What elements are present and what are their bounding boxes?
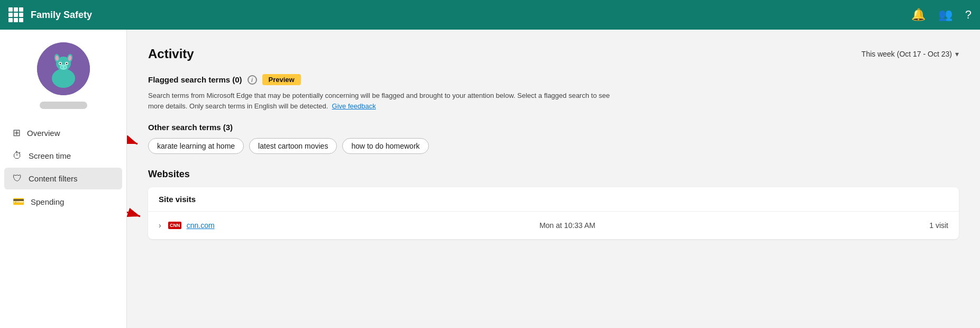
site-url[interactable]: cnn.com — [187, 221, 441, 230]
chevron-down-icon: ▾ — [955, 50, 959, 58]
sidebar-item-label-spending: Spending — [31, 197, 64, 206]
week-selector[interactable]: This week (Oct 17 - Oct 23) ▾ — [862, 50, 959, 58]
site-favicon: CNN — [169, 219, 181, 232]
grid-menu-icon[interactable] — [8, 7, 23, 22]
overview-icon: ⊞ — [13, 127, 21, 139]
info-icon[interactable]: i — [248, 75, 257, 85]
flagged-description: Search terms from Microsoft Edge that ma… — [148, 90, 624, 111]
search-tag-2[interactable]: how to do homework — [342, 138, 428, 154]
help-icon[interactable]: ? — [965, 8, 972, 22]
avatar — [37, 42, 90, 95]
other-search-section: Other search terms (3) karate learning a… — [148, 123, 959, 154]
sidebar-item-content-filters[interactable]: 🛡 Content filters — [4, 168, 122, 189]
sidebar-item-label-screen-time: Screen time — [29, 151, 71, 160]
arrow-site-visits — [127, 198, 161, 230]
preview-badge[interactable]: Preview — [262, 74, 301, 85]
topbar: Family Safety 🔔 👥 ? — [0, 0, 980, 30]
activity-title: Activity — [148, 47, 194, 61]
sidebar-item-label-overview: Overview — [27, 129, 60, 138]
search-tags: karate learning at home latest cartoon m… — [148, 138, 959, 154]
app-title: Family Safety — [31, 10, 911, 21]
flagged-row: Flagged search terms (0) i Preview — [148, 74, 959, 85]
svg-point-13 — [61, 67, 62, 68]
svg-point-10 — [59, 63, 61, 65]
nav-items: ⊞ Overview ⏱ Screen time 🛡 Content filte… — [0, 122, 126, 214]
site-visits-count: 1 visit — [694, 221, 948, 230]
search-tag-1[interactable]: latest cartoon movies — [249, 138, 337, 154]
main-layout: ⊞ Overview ⏱ Screen time 🛡 Content filte… — [0, 30, 980, 328]
site-card-header: Site visits — [148, 187, 959, 212]
sidebar-item-spending[interactable]: 💳 Spending — [4, 190, 122, 213]
svg-point-12 — [60, 65, 67, 70]
sidebar-item-label-content-filters: Content filters — [29, 174, 78, 183]
flagged-desc-text: Search terms from Microsoft Edge that ma… — [148, 92, 610, 110]
site-row: › CNN cnn.com Mon at 10:33 AM 1 visit — [148, 212, 959, 239]
screen-time-icon: ⏱ — [13, 150, 22, 161]
svg-point-11 — [66, 63, 67, 65]
week-selector-label: This week (Oct 17 - Oct 23) — [862, 50, 952, 58]
site-time: Mon at 10:33 AM — [441, 221, 694, 230]
content-filters-icon: 🛡 — [13, 173, 22, 184]
websites-section: Websites Site visits › CNN — [148, 169, 959, 239]
flagged-label: Flagged search terms (0) — [148, 75, 242, 84]
cnn-logo-icon: CNN — [168, 222, 182, 229]
notification-icon[interactable]: 🔔 — [911, 8, 926, 22]
give-feedback-link[interactable]: Give feedback — [332, 102, 376, 110]
site-card: Site visits › CNN cnn.com Mon at 10:33 A… — [148, 187, 959, 239]
main-content: Activity This week (Oct 17 - Oct 23) ▾ F… — [127, 30, 980, 328]
activity-header: Activity This week (Oct 17 - Oct 23) ▾ — [148, 47, 959, 61]
arrow-search-terms — [127, 128, 159, 160]
svg-point-14 — [64, 67, 65, 68]
sidebar-item-screen-time[interactable]: ⏱ Screen time — [4, 145, 122, 167]
spending-icon: 💳 — [13, 196, 24, 207]
sidebar-item-overview[interactable]: ⊞ Overview — [4, 122, 122, 144]
username-placeholder — [40, 102, 87, 109]
people-icon[interactable]: 👥 — [938, 8, 952, 22]
sidebar: ⊞ Overview ⏱ Screen time 🛡 Content filte… — [0, 30, 127, 328]
websites-label: Websites — [148, 169, 959, 180]
search-tag-0[interactable]: karate learning at home — [148, 138, 244, 154]
topbar-action-icons: 🔔 👥 ? — [911, 8, 972, 22]
other-search-label: Other search terms (3) — [148, 123, 959, 132]
avatar-image — [37, 42, 90, 95]
